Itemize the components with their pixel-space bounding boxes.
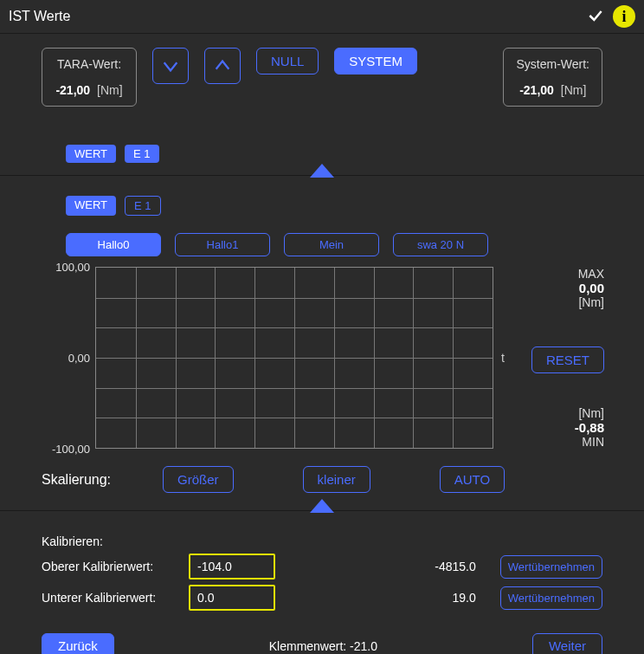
max-value: 0,00 [511, 281, 604, 295]
tab-mein[interactable]: Mein [284, 233, 379, 256]
system-value: -21,00 [519, 83, 554, 97]
y-tick-mid: 0,00 [68, 352, 90, 365]
expand-down-icon[interactable] [310, 499, 334, 513]
chart-y-axis: 100,00 0,00 -100,00 [40, 267, 95, 449]
chip-e1-2[interactable]: E 1 [125, 196, 161, 216]
upper-calib-label: Oberer Kalibrierwert: [42, 560, 180, 573]
chip-e1-1[interactable]: E 1 [125, 145, 159, 163]
tab-hallo0[interactable]: Hallo0 [66, 233, 161, 256]
calibrate-heading: Kalibrieren: [42, 534, 602, 548]
min-unit: [Nm] [511, 406, 604, 420]
max-block: MAX 0,00 [Nm] [511, 267, 604, 309]
tara-value: -21,00 [55, 83, 90, 97]
system-button[interactable]: SYSTEM [334, 48, 417, 74]
min-value: -0,88 [511, 420, 604, 435]
system-value-box: System-Wert: -21,00 [Nm] [503, 48, 602, 107]
scaling-label: Skalierung: [42, 472, 111, 488]
upper-apply-button[interactable]: Wertübernehmen [500, 555, 602, 579]
tara-label: TARA-Wert: [55, 57, 124, 71]
lower-raw-value: 19.0 [284, 591, 492, 605]
lower-calib-label: Unterer Kalibrierwert: [42, 591, 180, 605]
max-label: MAX [511, 267, 604, 281]
y-tick-top: 100,00 [55, 261, 90, 274]
tara-unit: [Nm] [97, 83, 123, 97]
chip-wert-2[interactable]: WERT [66, 196, 116, 216]
increment-button[interactable] [204, 48, 241, 84]
y-tick-bot: -100,00 [52, 443, 90, 456]
expand-up-icon[interactable] [310, 164, 334, 178]
info-button[interactable]: i [613, 5, 635, 28]
tab-hallo1[interactable]: Hallo1 [175, 233, 270, 256]
lower-apply-button[interactable]: Wertübernehmen [500, 586, 602, 610]
min-block: [Nm] -0,88 MIN [511, 406, 604, 449]
page-title: IST Werte [9, 9, 70, 24]
decrement-button[interactable] [152, 48, 189, 84]
scale-auto-button[interactable]: AUTO [440, 466, 505, 493]
chip-wert-1[interactable]: WERT [66, 145, 116, 163]
scale-smaller-button[interactable]: kleiner [303, 466, 370, 493]
min-label: MIN [511, 435, 604, 449]
upper-calib-input[interactable] [189, 554, 275, 580]
chart-plot-area: t [95, 267, 493, 449]
lower-calib-input[interactable] [189, 585, 275, 611]
null-button[interactable]: NULL [256, 48, 319, 74]
klemme-value: Klemmenwert: -21.0 [269, 639, 377, 653]
tab-swa20n[interactable]: swa 20 N [393, 233, 488, 256]
next-button[interactable]: Weiter [532, 633, 602, 654]
x-axis-label: t [501, 351, 505, 365]
scale-larger-button[interactable]: Größer [163, 466, 234, 493]
system-unit: [Nm] [561, 83, 587, 97]
upper-raw-value: -4815.0 [284, 560, 492, 573]
system-label: System-Wert: [516, 57, 589, 71]
max-unit: [Nm] [511, 295, 604, 309]
reset-button[interactable]: RESET [531, 346, 604, 373]
check-icon [587, 7, 604, 27]
tara-value-box: TARA-Wert: -21,00 [Nm] [42, 48, 137, 107]
back-button[interactable]: Zurück [42, 633, 114, 654]
